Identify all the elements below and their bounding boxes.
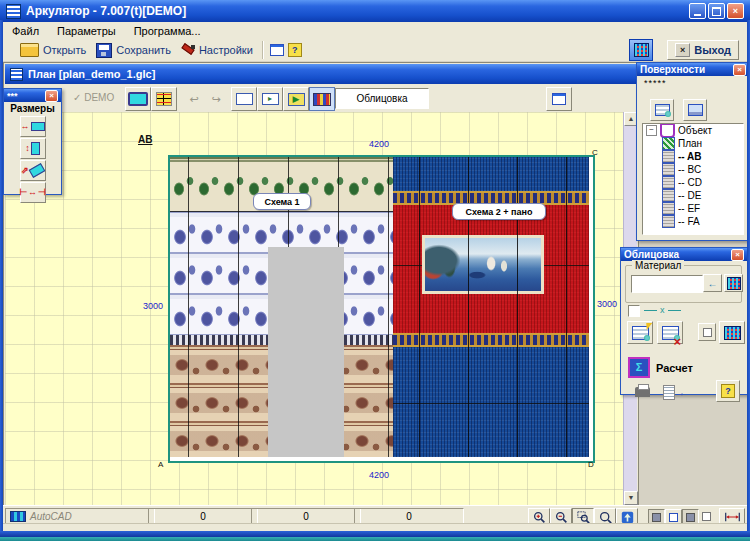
dimension-right: 3000 xyxy=(597,299,617,309)
surfaces-view-button[interactable] xyxy=(683,99,707,121)
tree-item-bc[interactable]: -- BC xyxy=(643,163,743,176)
filled-square-icon xyxy=(686,513,695,522)
print-button[interactable] xyxy=(630,382,654,402)
coordinate-x-cell: 0 xyxy=(148,508,258,524)
table-clear-icon xyxy=(662,326,679,340)
surface-icon xyxy=(662,202,675,215)
redo-icon: ↪ xyxy=(211,93,220,106)
close-icon[interactable]: × xyxy=(731,249,744,261)
mode-label-box: Облицовка xyxy=(335,88,429,109)
main-toolbar: Открыть Сохранить Настройки ? × Выход xyxy=(3,39,747,62)
surfaces-stars: ***** xyxy=(638,77,748,88)
redo-button[interactable]: ↪ xyxy=(203,87,229,111)
window-title: Аркулятор - 7.007(t)[DEMO] xyxy=(26,4,186,18)
menu-item-program[interactable]: Программа... xyxy=(132,24,203,38)
material-browse-button[interactable] xyxy=(724,274,743,292)
new-surface-button[interactable] xyxy=(231,87,257,111)
plan-window-icon xyxy=(10,68,23,81)
save-button[interactable]: Сохранить xyxy=(91,41,176,60)
window-icon xyxy=(552,93,566,105)
collapse-icon[interactable]: − xyxy=(646,125,657,136)
surface-icon xyxy=(662,215,675,228)
surface-select-button[interactable]: ▸ xyxy=(257,87,283,111)
undo-icon: ↩ xyxy=(189,93,198,106)
app-icon xyxy=(6,4,21,19)
menu-item-file[interactable]: Файл xyxy=(10,24,41,38)
maximize-button[interactable] xyxy=(708,3,725,19)
apply-scheme-button[interactable]: ▶ xyxy=(283,87,309,111)
surface-arrow-icon: ▸ xyxy=(262,93,279,105)
dimensions-palette-titlebar[interactable]: *** × xyxy=(4,89,61,102)
help-topics-button[interactable]: ? xyxy=(286,42,304,59)
material-grid-icon xyxy=(727,277,741,290)
surfaces-table-button[interactable] xyxy=(650,99,674,121)
dimension-aligned-button[interactable]: ⇗ xyxy=(20,160,46,181)
plan-view-button[interactable] xyxy=(125,87,151,111)
tree-item-object[interactable]: − Объект xyxy=(643,124,743,137)
cladding-panel: Облицовка × Материал ← x xyxy=(620,247,748,395)
layout-grid-icon xyxy=(724,326,741,340)
titlebar[interactable]: Аркулятор - 7.007(t)[DEMO] × xyxy=(0,0,750,22)
calc-button[interactable]: Σ Расчет xyxy=(628,357,693,378)
layout-table-button[interactable] xyxy=(719,321,745,344)
cascade-windows-button[interactable] xyxy=(268,42,286,59)
dimensions-palette: *** × Размеры ↔ ↕ ⇗ ⊢↔⊣ xyxy=(3,88,62,195)
zoom-in-icon xyxy=(533,511,546,524)
dimension-horizontal-button[interactable]: ↔ xyxy=(20,116,46,137)
material-pick-button[interactable]: ← xyxy=(703,274,722,292)
calculator-button[interactable] xyxy=(629,39,653,61)
material-label: Материал xyxy=(632,260,684,271)
corner-c-label: C xyxy=(592,148,598,157)
dimension-vertical-button[interactable]: ↕ xyxy=(20,138,46,159)
cladding-help-button[interactable]: ? xyxy=(716,380,740,402)
blank-option-button[interactable] xyxy=(698,323,716,341)
tree-item-plan[interactable]: План xyxy=(643,137,743,150)
open-button[interactable]: Открыть xyxy=(15,41,91,59)
plan-window-titlebar[interactable]: План [plan_demo_1.glc] xyxy=(5,64,637,84)
zoom-window-icon xyxy=(577,511,590,524)
dimension-h-icon: ↔ xyxy=(21,122,30,131)
minimize-button[interactable] xyxy=(689,3,706,19)
fill-surface-button[interactable] xyxy=(627,321,653,344)
material-input[interactable] xyxy=(631,275,703,293)
dimension-linear-button[interactable]: ⊢↔⊣ xyxy=(20,182,46,203)
zoom-out-icon xyxy=(555,511,568,524)
report-button[interactable]: → xyxy=(662,382,686,402)
zoom-extents-icon xyxy=(599,511,612,524)
axes-icon xyxy=(156,92,172,106)
help-icon: ? xyxy=(721,384,735,398)
cladding-body: Материал ← x Σ Расчет xyxy=(622,262,746,393)
surfaces-panel-titlebar[interactable]: Поверхности × xyxy=(637,63,749,76)
display-toggle-4[interactable] xyxy=(699,509,714,523)
scroll-down-button[interactable]: ▼ xyxy=(624,491,638,505)
clear-surface-button[interactable] xyxy=(657,321,683,344)
coordinate-y-cell: 0 xyxy=(251,508,361,524)
scheme2-label[interactable]: Схема 2 + пано xyxy=(452,203,546,220)
settings-button[interactable]: Настройки xyxy=(176,42,258,59)
close-button[interactable]: × xyxy=(727,3,744,19)
autocad-icon xyxy=(10,511,26,522)
tree-item-ab[interactable]: -- AB xyxy=(643,150,743,163)
tree-item-fa[interactable]: -- FA xyxy=(643,215,743,228)
material-group: Материал ← xyxy=(625,265,742,303)
outline-square-icon xyxy=(669,513,678,522)
surfaces-body: ***** − Объект План -- AB -- BC xyxy=(638,77,748,239)
exit-button[interactable]: × Выход xyxy=(667,40,739,60)
ratio-checkbox[interactable] xyxy=(628,305,640,317)
scheme1-label[interactable]: Схема 1 xyxy=(253,193,311,210)
menu-item-parameters[interactable]: Параметры xyxy=(55,24,118,38)
tree-item-cd[interactable]: -- CD xyxy=(643,176,743,189)
axes-button[interactable] xyxy=(151,87,177,111)
lightning-icon xyxy=(644,323,653,330)
arrow-left-icon: ← xyxy=(708,278,718,289)
corner-d-label: D xyxy=(588,460,594,469)
close-icon[interactable]: × xyxy=(733,64,746,76)
surface-icon xyxy=(662,176,675,189)
tree-item-de[interactable]: -- DE xyxy=(643,189,743,202)
surface-icon xyxy=(662,163,675,176)
cladding-mode-button[interactable] xyxy=(309,87,335,111)
drawing-canvas[interactable]: AB 4200 4200 3000 3000 A C D Схема 1 Схе… xyxy=(5,112,624,505)
close-icon[interactable]: × xyxy=(45,90,58,102)
window-layout-button[interactable] xyxy=(546,87,572,111)
tree-item-ef[interactable]: -- EF xyxy=(643,202,743,215)
